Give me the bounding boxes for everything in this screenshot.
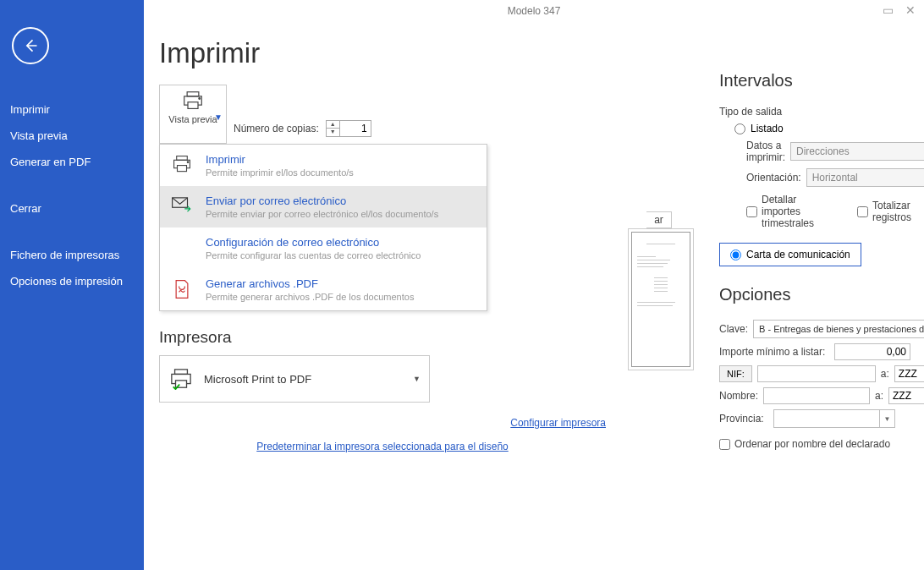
a-label-1: a: xyxy=(881,368,889,380)
document-thumbnail[interactable] xyxy=(631,232,690,367)
opciones-heading: Opciones xyxy=(719,285,912,304)
sidebar-item-imprimir[interactable]: Imprimir xyxy=(0,96,144,123)
radio-carta-label: Carta de comunicación xyxy=(746,249,850,260)
svg-rect-2 xyxy=(188,102,198,109)
copies-label: Número de copias: xyxy=(234,123,319,134)
chk-detallar[interactable]: Detallar importes trimestrales xyxy=(746,194,832,229)
menu-item-title: Imprimir xyxy=(206,153,354,166)
predeterminar-impresora-link[interactable]: Predeterminar la impresora seleccionada … xyxy=(256,441,509,452)
menu-item-desc: Permite configurar las cuentas de correo… xyxy=(206,250,421,260)
spinner-down-icon[interactable]: ▼ xyxy=(327,129,339,136)
svg-point-7 xyxy=(187,162,189,163)
nombre-to-input[interactable] xyxy=(888,387,924,404)
vista-previa-split-button[interactable]: ▼ Vista previa xyxy=(159,85,227,144)
printer-icon xyxy=(181,90,205,111)
nombre-from-input[interactable] xyxy=(763,387,870,404)
chevron-down-icon[interactable]: ▼ xyxy=(214,112,223,122)
datos-imprimir-label: Datos a imprimir: xyxy=(746,140,785,163)
intervalos-heading: Intervalos xyxy=(719,71,912,90)
svg-rect-9 xyxy=(175,370,188,375)
clave-value: B - Entregas de bienes y prestaciones de… xyxy=(759,324,924,334)
provincia-label: Provincia: xyxy=(719,413,768,425)
vista-previa-label: Vista previa xyxy=(168,114,217,124)
importe-input[interactable] xyxy=(834,343,910,360)
pdf-icon xyxy=(173,279,191,299)
right-panel: Intervalos Tipo de salida Listado Datos … xyxy=(719,71,912,450)
svg-rect-6 xyxy=(178,166,187,172)
back-button[interactable] xyxy=(12,27,49,64)
sidebar-item-vista-previa[interactable]: Vista previa xyxy=(0,123,144,149)
svg-rect-4 xyxy=(177,156,188,161)
radio-carta-input[interactable] xyxy=(730,249,741,260)
main-area: Imprimir ▼ Vista previa Número de copias… xyxy=(144,0,924,570)
chk-ordenar[interactable]: Ordenar por nombre del declarado xyxy=(719,438,912,450)
copies-spinner[interactable]: ▲▼ xyxy=(326,120,371,137)
chk-ordenar-input[interactable] xyxy=(719,439,730,450)
menu-item-enviar-correo[interactable]: Enviar por correo electrónicoPermite env… xyxy=(160,186,487,227)
nif-from-input[interactable] xyxy=(757,365,876,382)
menu-item-title: Generar archivos .PDF xyxy=(206,277,414,290)
clave-combo[interactable]: B - Entregas de bienes y prestaciones de… xyxy=(753,320,924,338)
sidebar-item-fichero-impresoras[interactable]: Fichero de impresoras xyxy=(0,242,144,268)
menu-item-desc: Permite enviar por correo electrónico el… xyxy=(206,209,438,219)
svg-rect-0 xyxy=(187,92,199,96)
datos-imprimir-value: Direcciones xyxy=(796,145,850,157)
chk-totalizar-input[interactable] xyxy=(857,206,868,217)
printer-icon xyxy=(171,155,193,173)
clave-label: Clave: xyxy=(719,323,748,335)
sidebar-item-cerrar[interactable]: Cerrar xyxy=(0,195,144,222)
menu-item-imprimir[interactable]: ImprimirPermite imprimir el/los document… xyxy=(160,145,487,186)
orientacion-label: Orientación: xyxy=(746,172,801,184)
a-label-2: a: xyxy=(875,390,883,402)
nif-button[interactable]: NIF: xyxy=(719,365,752,382)
menu-item-title: Enviar por correo electrónico xyxy=(206,195,438,207)
printer-name: Microsoft Print to PDF xyxy=(204,373,311,386)
menu-item-desc: Permite generar archivos .PDF de los doc… xyxy=(206,292,414,302)
tab-fragment[interactable]: ar xyxy=(646,211,672,228)
chevron-down-icon[interactable]: ▼ xyxy=(879,410,894,427)
spinner-up-icon[interactable]: ▲ xyxy=(327,121,339,129)
orientacion-value: Horizontal xyxy=(812,172,858,184)
menu-item-generar-pdf[interactable]: Generar archivos .PDFPermite generar arc… xyxy=(160,269,487,310)
datos-imprimir-combo[interactable]: Direcciones▼ xyxy=(790,142,924,161)
nombre-label: Nombre: xyxy=(719,390,758,402)
radio-listado-label: Listado xyxy=(751,123,784,134)
chk-detallar-input[interactable] xyxy=(746,206,757,217)
svg-point-3 xyxy=(199,98,201,100)
radio-listado-input[interactable] xyxy=(734,123,745,134)
menu-item-config-correo[interactable]: Configuración de correo electrónicoPermi… xyxy=(160,227,487,269)
chk-totalizar[interactable]: Totalizar registros xyxy=(857,200,912,223)
preview-dropdown-menu: ImprimirPermite imprimir el/los document… xyxy=(159,144,487,311)
configurar-impresora-link[interactable]: Configurar impresora xyxy=(510,417,606,429)
radio-listado[interactable]: Listado xyxy=(734,123,912,134)
copies-input[interactable] xyxy=(340,121,371,136)
envelope-send-icon xyxy=(171,196,193,213)
printer-selector[interactable]: Microsoft Print to PDF ▼ xyxy=(159,355,430,403)
importe-label: Importe mínimo a listar: xyxy=(719,346,829,358)
printer-ready-icon xyxy=(168,368,194,390)
page-title: Imprimir xyxy=(159,37,909,69)
sidebar-item-opciones-impresion[interactable]: Opciones de impresión xyxy=(0,268,144,294)
chevron-down-icon[interactable]: ▼ xyxy=(413,375,421,383)
provincia-combo[interactable]: ▼ xyxy=(773,409,895,428)
sidebar-item-generar-pdf[interactable]: Generar en PDF xyxy=(0,149,144,175)
nif-to-input[interactable] xyxy=(894,365,924,382)
menu-item-title: Configuración de correo electrónico xyxy=(206,236,421,249)
orientacion-combo[interactable]: Horizontal▼ xyxy=(806,168,924,187)
menu-item-desc: Permite imprimir el/los documento/s xyxy=(206,167,354,178)
sidebar: Imprimir Vista previa Generar en PDF Cer… xyxy=(0,0,144,570)
tipo-salida-label: Tipo de salida xyxy=(719,106,912,118)
radio-carta-comunicacion[interactable]: Carta de comunicación xyxy=(719,243,861,266)
